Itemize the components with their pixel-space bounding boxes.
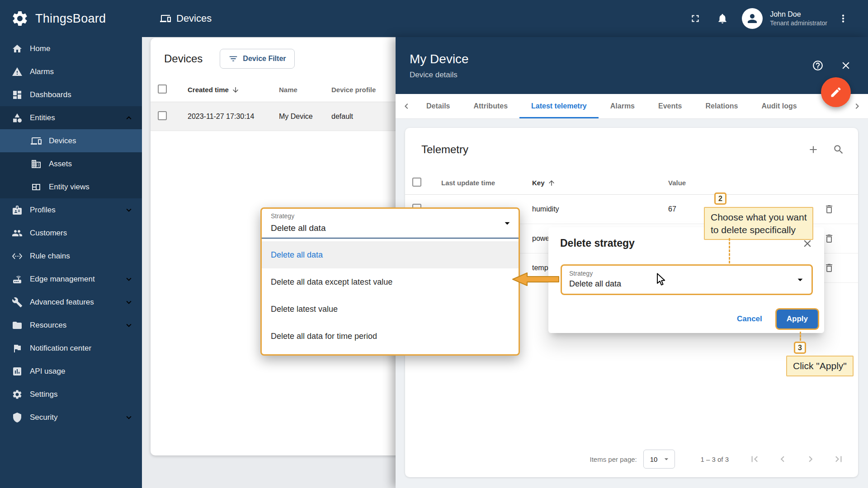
tab-relations[interactable]: Relations [693,94,750,118]
chevron-down-icon [124,297,134,307]
tab-events[interactable]: Events [646,94,693,118]
option-delete-for-time-period[interactable]: Delete all data for time period [262,323,519,350]
tab-attributes[interactable]: Attributes [462,94,519,118]
close-drawer-button[interactable] [840,60,852,71]
sidebar-item-notification-center[interactable]: Notification center [0,337,142,360]
sidebar-item-label: Profiles [30,206,56,215]
strategy-field-value: Delete all data [569,279,621,289]
sidebar-item-label: Edge management [30,275,95,284]
chevron-down-icon [124,205,134,215]
drawer-header: My Device Device details [396,37,868,94]
step-3-callout: Click "Apply" [786,356,854,376]
fullscreen-button[interactable] [689,13,701,24]
sidebar-item-entities[interactable]: Entities [0,106,142,129]
sidebar-item-profiles[interactable]: Profiles [0,198,142,221]
tab-alarms[interactable]: Alarms [599,94,646,118]
strategy-field-label: Strategy [569,270,593,277]
sidebar-item-settings[interactable]: Settings [0,383,142,406]
sidebar-item-customers[interactable]: Customers [0,221,142,244]
apply-button[interactable]: Apply [777,310,818,328]
sidebar-item-alarms[interactable]: Alarms [0,60,142,83]
search-telemetry-button[interactable] [833,144,844,155]
filter-icon [228,54,238,64]
folder-icon [12,320,23,331]
column-created-time[interactable]: Created time [188,86,279,94]
items-per-page-select[interactable]: 10 [643,450,675,469]
sidebar-item-security[interactable]: Security [0,406,142,429]
step-2-badge: 2 [714,192,726,205]
sidebar-item-label: Notification center [30,344,91,353]
entity-views-icon [31,182,42,192]
sidebar-item-dashboards[interactable]: Dashboards [0,83,142,106]
pagination: Items per page: 10 1 – 3 of 3 [421,446,844,472]
sidebar-item-rule-chains[interactable]: Rule chains [0,244,142,267]
help-icon [812,60,824,71]
tabs-scroll-left-button[interactable] [398,94,415,118]
sidebar-item-devices[interactable]: Devices [0,129,142,152]
notifications-button[interactable] [717,13,728,24]
tab-details[interactable]: Details [415,94,462,118]
sidebar-item-label: Entity views [49,183,90,192]
step-2-connector [729,238,730,263]
sidebar-item-advanced-features[interactable]: Advanced features [0,291,142,314]
avatar[interactable] [742,8,763,29]
sidebar-item-label: API usage [30,367,65,376]
trash-icon [824,233,835,244]
trash-icon [824,263,835,273]
pagination-range: 1 – 3 of 3 [700,455,729,463]
sidebar-item-edge-management[interactable]: Edge management [0,267,142,291]
first-page-icon [749,453,760,465]
tools-icon [12,297,23,308]
mouse-cursor [655,273,666,286]
sidebar-item-label: Home [30,44,50,53]
sidebar-item-home[interactable]: Home [0,37,142,60]
delete-telemetry-button[interactable] [824,233,835,244]
more-menu-button[interactable] [837,13,849,24]
device-created-time: 2023-11-27 17:30:14 [188,113,279,121]
step-2-callout: Choose what you want to delete specifica… [704,207,813,240]
device-name: My Device [279,113,331,121]
pencil-icon [830,86,842,99]
next-page-button[interactable] [805,453,816,465]
chevron-down-icon [124,274,134,284]
warning-icon [12,66,23,77]
option-delete-all-data[interactable]: Delete all data [262,241,519,268]
tabs-scroll-right-button[interactable] [849,94,865,118]
sort-descending-icon [231,86,240,94]
dialog-strategy-select[interactable]: Strategy Delete all data [561,264,813,295]
user-info: John Doe Tenant administrator [770,10,827,28]
shield-icon [12,412,23,423]
sidebar-item-entity-views[interactable]: Entity views [0,175,142,198]
sidebar-item-resources[interactable]: Resources [0,314,142,337]
option-delete-latest-value[interactable]: Delete latest value [262,296,519,323]
device-filter-button[interactable]: Device Filter [220,49,294,69]
column-value[interactable]: Value [668,179,824,187]
option-delete-all-except-latest[interactable]: Delete all data except latest value [262,268,519,296]
sidebar-item-assets[interactable]: Assets [0,152,142,175]
app-logo: ThingsBoard [0,0,142,37]
tab-latest-telemetry[interactable]: Latest telemetry [519,94,599,118]
column-key[interactable]: Key [532,179,668,187]
edit-device-fab[interactable] [821,77,851,107]
sidebar-item-api-usage[interactable]: API usage [0,360,142,383]
column-name[interactable]: Name [279,86,331,94]
delete-telemetry-button[interactable] [824,204,835,215]
delete-telemetry-button[interactable] [824,263,835,273]
add-telemetry-button[interactable] [807,144,819,155]
home-icon [12,43,23,54]
previous-page-button[interactable] [777,453,788,465]
tab-audit-logs[interactable]: Audit logs [750,94,808,118]
help-button[interactable] [812,60,824,71]
caret-down-icon [662,455,671,464]
column-last-update-time[interactable]: Last update time [441,179,532,187]
last-page-button[interactable] [833,453,844,465]
cancel-button[interactable]: Cancel [731,310,768,328]
select-all-checkbox[interactable] [412,178,421,187]
select-all-checkbox[interactable] [158,84,167,94]
strategy-select-field[interactable]: Strategy Delete all data [262,209,519,239]
close-icon [840,60,852,71]
row-checkbox[interactable] [158,111,167,120]
drawer-subtitle: Device details [410,70,469,80]
first-page-button[interactable] [749,453,760,465]
sidebar-item-label: Resources [30,321,66,330]
